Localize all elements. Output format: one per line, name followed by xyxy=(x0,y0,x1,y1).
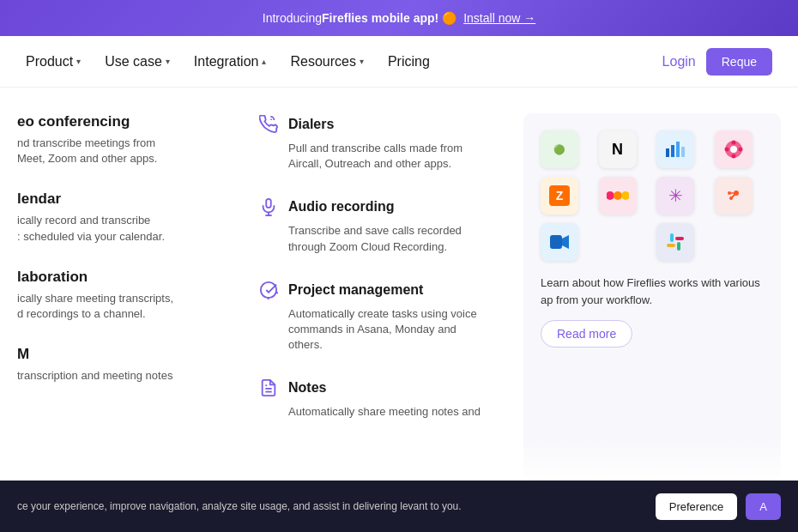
integration-icon-grid: 🟢 N Z ✳ xyxy=(541,130,764,261)
svg-rect-32 xyxy=(677,242,680,251)
svg-point-20 xyxy=(607,191,614,200)
svg-line-26 xyxy=(731,193,736,198)
section-calendar-desc: ically record and transcribe: scheduled … xyxy=(17,213,240,244)
cookie-text: ce your experience, improve navigation, … xyxy=(17,500,462,512)
zoom-icon xyxy=(541,223,578,261)
svg-point-22 xyxy=(621,191,629,200)
svg-point-3 xyxy=(261,282,276,298)
svg-marker-30 xyxy=(562,235,569,249)
read-more-button[interactable]: Read more xyxy=(541,320,632,348)
left-column: eo conferencing nd transcribe meetings f… xyxy=(0,113,240,481)
feature-audio-header: Audio recording xyxy=(257,196,489,218)
login-button[interactable]: Login xyxy=(662,54,696,70)
asterisk-icon: ✳ xyxy=(656,177,694,215)
nav-items: Product ▾ Use case ▾ Integration ▴ Resou… xyxy=(26,54,662,70)
nav-use-case-label: Use case xyxy=(105,54,162,70)
zapier-icon: Z xyxy=(541,177,578,215)
accept-button[interactable]: A xyxy=(746,493,781,520)
section-crm-title: M xyxy=(17,346,240,363)
chevron-up-icon: ▴ xyxy=(262,57,266,66)
banner-intro: Introducing xyxy=(263,11,322,25)
pm-title: Project management xyxy=(288,282,423,298)
right-panel: 🟢 N Z ✳ xyxy=(523,113,781,481)
nav-resources-label: Resources xyxy=(290,54,355,70)
chevron-down-icon: ▾ xyxy=(360,57,364,66)
announcement-banner: Introducing Fireflies mobile app! 🟠 Inst… xyxy=(0,0,798,36)
svg-point-15 xyxy=(731,154,735,159)
cookie-actions: Preference A xyxy=(656,493,781,520)
feature-pm-header: Project management xyxy=(257,279,489,301)
loom-icon xyxy=(715,130,753,168)
svg-rect-33 xyxy=(667,244,675,247)
svg-rect-11 xyxy=(681,147,685,157)
svg-rect-0 xyxy=(266,199,271,208)
svg-text:✳: ✳ xyxy=(668,186,683,205)
slack-icon xyxy=(656,223,694,261)
empty-cell-2 xyxy=(715,223,753,261)
document-icon xyxy=(257,377,280,399)
section-video-desc: nd transcribe meetings fromMeet, Zoom an… xyxy=(17,136,240,166)
feature-project-management: Project management Automatically create … xyxy=(257,279,489,354)
banner-app-name: Fireflies mobile app! xyxy=(322,11,438,25)
preference-button[interactable]: Preference xyxy=(656,493,738,520)
svg-rect-29 xyxy=(550,235,562,249)
notion-icon: N xyxy=(599,130,637,168)
notes-desc: Automatically share meeting notes and xyxy=(257,404,489,420)
nav-pricing-label: Pricing xyxy=(388,54,430,70)
svg-point-17 xyxy=(738,148,742,152)
dialers-desc: Pull and transcribe calls made from Airc… xyxy=(257,141,489,172)
feature-dialers: Dialers Pull and transcribe calls made f… xyxy=(257,113,489,172)
section-collab-desc: ically share meeting transcripts,d recor… xyxy=(17,291,240,322)
feature-dialers-header: Dialers xyxy=(257,113,489,136)
audio-recording-desc: Transcribe and save calls recorded throu… xyxy=(257,223,489,254)
banner-emoji: 🟠 xyxy=(442,11,456,25)
svg-point-16 xyxy=(724,148,728,152)
main-content: eo conferencing nd transcribe meetings f… xyxy=(0,88,798,481)
section-collaboration: laboration ically share meeting transcri… xyxy=(17,269,240,322)
section-calendar: lendar ically record and transcribe: sch… xyxy=(17,190,240,244)
request-button[interactable]: Reque xyxy=(706,48,772,76)
svg-text:🟢: 🟢 xyxy=(553,143,565,155)
feature-notes: Notes Automatically share meeting notes … xyxy=(257,377,489,420)
chevron-down-icon: ▾ xyxy=(166,57,170,66)
section-calendar-title: lendar xyxy=(17,190,240,208)
section-crm-desc: transcription and meeting notes xyxy=(17,368,240,384)
nav-product[interactable]: Product ▾ xyxy=(26,54,81,70)
svg-rect-8 xyxy=(666,148,669,157)
hubspot-icon xyxy=(715,177,753,215)
navbar: Product ▾ Use case ▾ Integration ▴ Resou… xyxy=(0,36,798,88)
feature-notes-header: Notes xyxy=(257,377,489,399)
svg-rect-9 xyxy=(671,145,674,157)
nav-integration[interactable]: Integration ▴ xyxy=(194,54,267,70)
nav-integration-label: Integration xyxy=(194,54,259,70)
section-collab-title: laboration xyxy=(17,269,240,286)
banner-install-link[interactable]: Install now → xyxy=(463,11,535,25)
notes-title: Notes xyxy=(288,380,326,396)
nav-actions: Login Reque xyxy=(662,48,772,76)
mid-column: Dialers Pull and transcribe calls made f… xyxy=(240,113,506,481)
cookie-bar: ce your experience, improve navigation, … xyxy=(0,481,798,532)
analytics-icon xyxy=(656,130,694,168)
nav-resources[interactable]: Resources ▾ xyxy=(290,54,363,70)
pm-desc: Automatically create tasks using voice c… xyxy=(257,306,489,354)
feature-audio-recording: Audio recording Transcribe and save call… xyxy=(257,196,489,254)
dialers-title: Dialers xyxy=(288,117,334,132)
empty-cell-1 xyxy=(599,223,637,261)
panel-description: Learn about how Fireflies works with var… xyxy=(541,275,764,308)
svg-point-14 xyxy=(731,141,735,145)
nav-pricing[interactable]: Pricing xyxy=(388,54,430,70)
nav-use-case[interactable]: Use case ▾ xyxy=(105,54,170,70)
svg-point-21 xyxy=(614,191,622,200)
checkmark-circle-icon xyxy=(257,279,280,301)
svg-rect-31 xyxy=(670,233,674,242)
svg-text:Z: Z xyxy=(556,189,564,203)
nav-product-label: Product xyxy=(26,54,73,70)
phone-icon xyxy=(257,113,280,136)
svg-point-13 xyxy=(730,146,737,153)
section-crm: M transcription and meeting notes xyxy=(17,346,240,384)
monday-icon xyxy=(599,177,637,215)
chevron-down-icon: ▾ xyxy=(76,57,81,66)
section-video-conferencing: eo conferencing nd transcribe meetings f… xyxy=(17,113,240,166)
google-meet-icon: 🟢 xyxy=(541,130,578,168)
section-video-title: eo conferencing xyxy=(17,113,240,130)
